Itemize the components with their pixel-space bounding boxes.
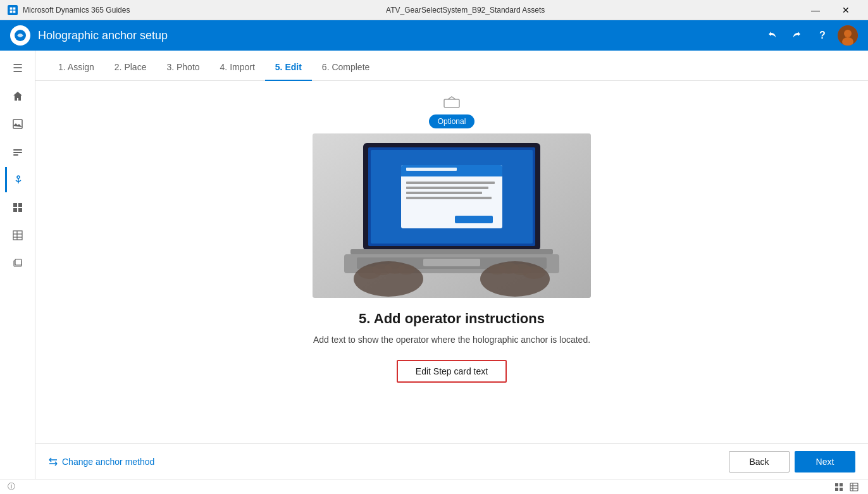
svg-rect-1 xyxy=(13,7,16,9)
window-controls: — ✕ xyxy=(801,0,860,20)
info-icon[interactable]: ⓘ xyxy=(8,481,15,492)
undo-button[interactable] xyxy=(762,25,782,46)
status-bar: ⓘ xyxy=(0,479,868,494)
svg-rect-17 xyxy=(18,208,22,212)
sidebar-item-home[interactable] xyxy=(5,83,30,109)
edit-step-card-button[interactable]: Edit Step card text xyxy=(397,360,507,383)
svg-rect-34 xyxy=(406,187,488,189)
avatar[interactable] xyxy=(838,25,858,46)
svg-rect-58 xyxy=(850,483,858,491)
svg-rect-2 xyxy=(10,10,13,13)
svg-rect-35 xyxy=(406,192,482,194)
svg-point-6 xyxy=(844,30,852,37)
header-actions: ? xyxy=(762,25,858,46)
step-description: Add text to show the operator where the … xyxy=(313,335,590,345)
svg-rect-18 xyxy=(13,231,22,240)
list-view-icon[interactable] xyxy=(848,481,860,493)
tab-photo[interactable]: 3. Photo xyxy=(156,62,209,81)
svg-rect-11 xyxy=(13,154,18,156)
content-image xyxy=(313,133,591,298)
main-content: Optional xyxy=(35,81,868,443)
tab-import[interactable]: 4. Import xyxy=(210,62,265,81)
sidebar-item-content[interactable] xyxy=(5,139,30,164)
step-title: 5. Add operator instructions xyxy=(359,311,545,327)
app-icon xyxy=(8,5,18,15)
svg-rect-55 xyxy=(840,483,843,486)
svg-rect-16 xyxy=(13,208,17,212)
change-anchor-label: Change anchor method xyxy=(62,457,154,467)
bottom-actions: Back Next xyxy=(729,451,855,472)
svg-rect-15 xyxy=(18,203,22,207)
sidebar-item-image[interactable] xyxy=(5,111,30,137)
help-button[interactable]: ? xyxy=(812,25,833,46)
close-button[interactable]: ✕ xyxy=(831,0,860,20)
bottom-bar: Change anchor method Back Next xyxy=(35,443,868,479)
next-button[interactable]: Next xyxy=(795,451,855,472)
svg-rect-9 xyxy=(13,149,22,151)
svg-point-51 xyxy=(488,264,506,275)
svg-rect-36 xyxy=(406,197,492,199)
svg-rect-41 xyxy=(423,259,480,266)
svg-point-46 xyxy=(397,264,415,275)
minimize-button[interactable]: — xyxy=(801,0,830,20)
svg-rect-37 xyxy=(455,216,493,223)
svg-rect-31 xyxy=(401,173,502,176)
svg-rect-8 xyxy=(13,120,22,128)
svg-rect-23 xyxy=(15,259,22,265)
svg-rect-3 xyxy=(13,10,16,13)
svg-rect-38 xyxy=(350,249,553,254)
sidebar-item-grid[interactable] xyxy=(5,195,30,220)
sidebar-item-anchor[interactable] xyxy=(5,167,30,192)
svg-rect-56 xyxy=(835,488,838,491)
tab-assign[interactable]: 1. Assign xyxy=(48,62,104,81)
tab-complete[interactable]: 6. Complete xyxy=(312,62,380,81)
optional-icon xyxy=(443,96,461,112)
svg-rect-24 xyxy=(444,99,459,108)
app-name: Microsoft Dynamics 365 Guides xyxy=(23,6,130,15)
status-bar-right xyxy=(833,481,860,493)
svg-rect-32 xyxy=(406,168,457,171)
svg-rect-10 xyxy=(13,152,22,153)
tab-edit[interactable]: 5. Edit xyxy=(265,62,312,81)
sidebar-item-table[interactable] xyxy=(5,223,30,248)
svg-rect-33 xyxy=(406,182,495,184)
app-logo xyxy=(10,25,30,46)
svg-rect-54 xyxy=(835,483,838,486)
optional-badge: Optional xyxy=(429,114,475,128)
change-anchor-icon xyxy=(48,457,58,467)
change-anchor-method-button[interactable]: Change anchor method xyxy=(48,457,154,467)
tabs-bar: 1. Assign 2. Place 3. Photo 4. Import 5.… xyxy=(35,51,868,81)
sidebar: ☰ xyxy=(0,51,35,479)
svg-rect-14 xyxy=(13,203,17,207)
sidebar-item-layers[interactable] xyxy=(5,250,30,276)
grid-view-icon[interactable] xyxy=(833,481,845,493)
tab-place[interactable]: 2. Place xyxy=(104,62,157,81)
main-layout: ☰ 1. Assign 2. Place 3. Photo 4. xyxy=(0,51,868,479)
title-bar: Microsoft Dynamics 365 Guides ATV_GearSe… xyxy=(0,0,868,20)
sidebar-item-menu[interactable]: ☰ xyxy=(5,56,30,81)
svg-rect-0 xyxy=(10,7,13,9)
app-header: Holographic anchor setup ? xyxy=(0,20,868,51)
doc-title: ATV_GearSelectSystem_B92_Standard Assets xyxy=(130,6,801,15)
content-area: 1. Assign 2. Place 3. Photo 4. Import 5.… xyxy=(35,51,868,479)
svg-point-12 xyxy=(17,176,20,178)
back-button[interactable]: Back xyxy=(729,451,790,472)
svg-rect-57 xyxy=(840,488,843,491)
redo-button[interactable] xyxy=(787,25,807,46)
header-title: Holographic anchor setup xyxy=(38,29,762,42)
optional-badge-container: Optional xyxy=(429,96,475,128)
